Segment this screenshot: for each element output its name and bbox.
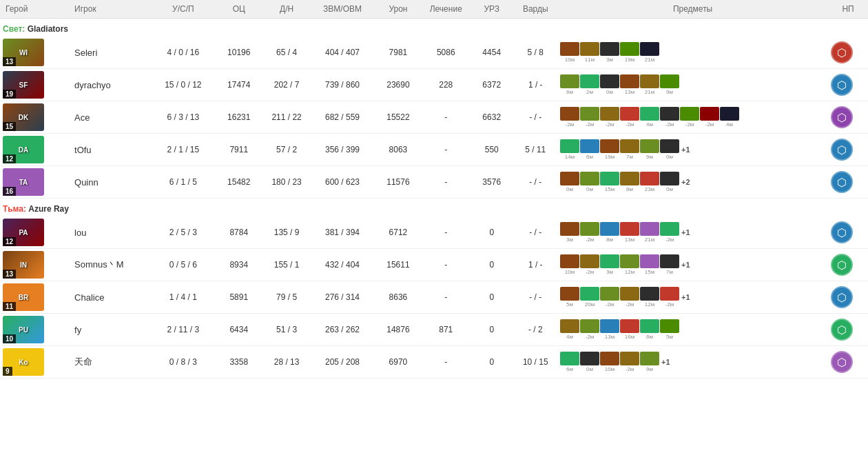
item-icon bbox=[620, 107, 639, 121]
item-block: 23м bbox=[640, 172, 659, 192]
xpm-gpm-stat: 600 / 623 bbox=[311, 166, 374, 199]
xpm-gpm-stat: 276 / 314 bbox=[311, 281, 374, 314]
np-td: ⬡ bbox=[828, 249, 868, 281]
item-icon bbox=[640, 107, 659, 121]
healing-stat: - bbox=[422, 101, 470, 134]
item-icon bbox=[560, 172, 579, 185]
gp-stat: 6434 bbox=[215, 314, 262, 346]
table-row: BR 11 Chalice 1 / 4 / 1 5891 79 / 5 276 … bbox=[0, 281, 868, 314]
player-name: 天命 bbox=[72, 346, 152, 379]
team-label: Gladiators bbox=[28, 24, 68, 34]
item-time: 13м bbox=[625, 236, 634, 243]
header-player: Игрок bbox=[72, 0, 152, 19]
table-row: PU 10 fy 2 / 11 / 3 6434 51 / 3 263 / 26… bbox=[0, 314, 868, 346]
item-icon bbox=[600, 172, 619, 185]
items-td: -2м -2м -2м -2м 4м -2м -2м -2м 4м bbox=[557, 101, 828, 134]
healing-stat: - bbox=[422, 346, 470, 379]
hero-level: 15 bbox=[3, 122, 16, 131]
wards-stat: 10 / 15 bbox=[514, 346, 558, 379]
damage-stat: 7981 bbox=[374, 37, 422, 69]
item-icon bbox=[560, 74, 579, 88]
wards-stat: 1 / - bbox=[514, 69, 558, 101]
net-stat: 4454 bbox=[470, 37, 514, 69]
hero-cell: SF 19 bbox=[3, 71, 58, 99]
item-icon bbox=[560, 139, 579, 153]
item-time: 8м bbox=[626, 186, 633, 192]
items-cell: 5м 20м -2м -2м 12м -2м +1 bbox=[560, 287, 825, 308]
item-block: 3м bbox=[600, 42, 619, 63]
item-block: 16м bbox=[620, 319, 639, 340]
np-icon: ⬡ bbox=[831, 139, 853, 161]
item-icon bbox=[640, 352, 659, 365]
gp-stat: 7911 bbox=[215, 134, 262, 166]
item-icon bbox=[560, 107, 579, 121]
item-time: 16м bbox=[625, 334, 634, 340]
item-time: 4м bbox=[646, 121, 653, 128]
wards-stat: - / - bbox=[514, 281, 558, 314]
item-block: -2м bbox=[600, 107, 619, 128]
item-time: 0м bbox=[566, 186, 573, 192]
item-icon bbox=[700, 107, 719, 121]
item-time: 21м bbox=[645, 57, 654, 63]
item-block: 9м bbox=[640, 139, 659, 160]
kda-stat: 0 / 8 / 3 bbox=[152, 346, 215, 379]
table-row: PA 12 lou 2 / 5 / 3 8784 135 / 9 381 / 3… bbox=[0, 217, 868, 249]
hero-cell-td: PA 12 bbox=[0, 217, 72, 249]
item-block: 10м bbox=[600, 352, 619, 372]
net-stat: 0 bbox=[470, 314, 514, 346]
damage-stat: 15611 bbox=[374, 249, 422, 281]
items-cell: 6м 2м 0м 13м 21м 9м bbox=[560, 74, 825, 95]
net-stat: 0 bbox=[470, 249, 514, 281]
np-td: ⬡ bbox=[828, 346, 868, 379]
item-icon bbox=[600, 42, 619, 56]
item-block: 4м bbox=[720, 107, 739, 128]
wards-stat: 1 / - bbox=[514, 249, 558, 281]
lh-stat: 79 / 5 bbox=[262, 281, 310, 314]
hero-cell: TA 16 bbox=[3, 168, 58, 196]
item-time: 0м bbox=[586, 366, 593, 372]
item-icon bbox=[620, 222, 639, 236]
team-side-label: Тьма: bbox=[3, 204, 26, 214]
extra-items-badge: +1 bbox=[681, 145, 690, 154]
item-block: 4м bbox=[640, 107, 659, 128]
lh-stat: 57 / 2 bbox=[262, 134, 310, 166]
healing-stat: - bbox=[422, 281, 470, 314]
item-icon bbox=[720, 107, 739, 121]
item-time: 12м bbox=[645, 301, 654, 308]
player-name: Ace bbox=[72, 101, 152, 134]
extra-items-badge: +1 bbox=[661, 358, 670, 366]
item-icon bbox=[640, 172, 659, 185]
item-block: 0м bbox=[660, 139, 679, 160]
player-name: Quinn bbox=[72, 166, 152, 199]
item-time: 7м bbox=[666, 269, 673, 275]
item-icon bbox=[580, 74, 599, 88]
item-time: 19м bbox=[625, 57, 634, 63]
player-name: lou bbox=[72, 217, 152, 249]
item-time: -2м bbox=[586, 269, 595, 275]
item-block: 6м bbox=[560, 74, 579, 95]
item-time: 10м bbox=[565, 269, 575, 275]
team-name: Тьма: Azure Ray bbox=[0, 199, 868, 217]
item-icon bbox=[660, 107, 679, 121]
items-cell: -2м -2м -2м -2м 4м -2м -2м -2м 4м bbox=[560, 107, 825, 128]
healing-stat: 228 bbox=[422, 69, 470, 101]
item-icon bbox=[560, 352, 579, 365]
item-time: 9м bbox=[646, 366, 653, 372]
player-name: Chalice bbox=[72, 281, 152, 314]
item-block: 0м bbox=[560, 172, 579, 192]
xpm-gpm-stat: 432 / 404 bbox=[311, 249, 374, 281]
net-stat: 6632 bbox=[470, 101, 514, 134]
healing-stat: - bbox=[422, 217, 470, 249]
extra-items-badge: +2 bbox=[681, 178, 690, 186]
items-td: 3м -2м 8м 13м 21м -2м +1 bbox=[557, 217, 828, 249]
item-icon bbox=[600, 107, 619, 121]
item-icon bbox=[560, 287, 579, 301]
damage-stat: 11576 bbox=[374, 166, 422, 199]
item-time: 15м bbox=[605, 186, 614, 192]
np-icon: ⬡ bbox=[831, 221, 853, 243]
np-td: ⬡ bbox=[828, 69, 868, 101]
np-icon: ⬡ bbox=[831, 106, 853, 128]
lh-stat: 180 / 23 bbox=[262, 166, 310, 199]
item-block: 0м bbox=[600, 74, 619, 95]
net-stat: 0 bbox=[470, 346, 514, 379]
